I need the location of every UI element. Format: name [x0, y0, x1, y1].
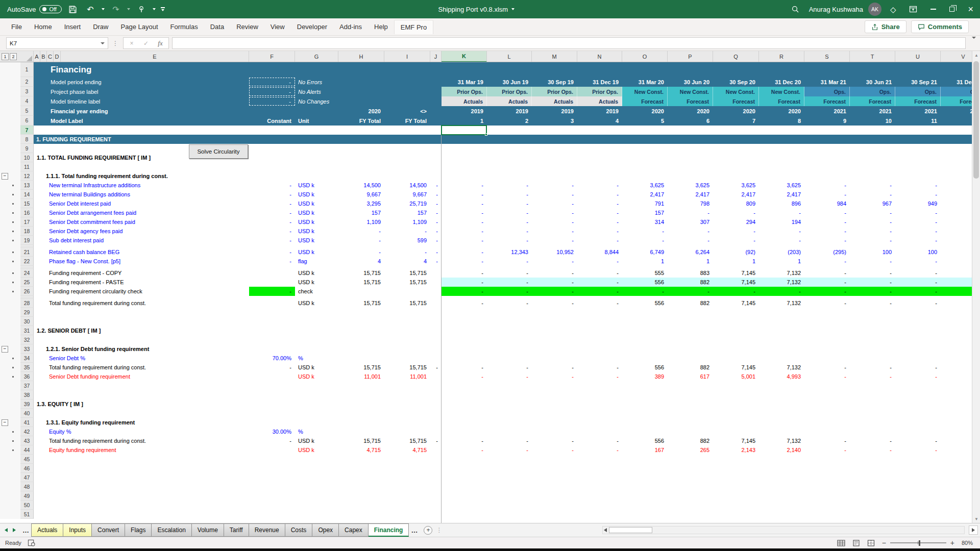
header-label-3[interactable]: Project phase label — [34, 87, 249, 96]
row-label[interactable]: Total funding requirement during const. — [34, 436, 249, 445]
fy-total-1[interactable]: 3,295 — [338, 199, 384, 208]
value-N28[interactable]: - — [577, 298, 622, 308]
vertical-scrollbar[interactable]: ▲ ▼ — [972, 51, 980, 523]
user-name[interactable]: Anurag Kushwaha — [806, 0, 866, 18]
fy-total-1[interactable]: 9,667 — [338, 190, 384, 199]
column-header-B[interactable]: B — [40, 51, 47, 62]
row-header-9[interactable]: 9 — [20, 144, 34, 153]
value-M25[interactable]: - — [532, 278, 577, 287]
period-periods-S[interactable]: 9 — [804, 116, 850, 126]
value-S14[interactable]: - — [804, 190, 850, 199]
value-O13[interactable]: 3,625 — [622, 181, 668, 190]
row-label[interactable]: Funding requirement circularity check — [34, 287, 249, 296]
value-R43[interactable]: 7,132 — [759, 436, 804, 445]
value-S21[interactable]: (295) — [804, 247, 850, 257]
value-P16[interactable]: - — [668, 208, 713, 217]
period-years-L[interactable]: 2019 — [487, 106, 532, 116]
row-header-24[interactable]: 24 — [20, 268, 34, 278]
value-P24[interactable]: 883 — [668, 268, 713, 278]
collapse-group-button[interactable]: − — [2, 346, 8, 353]
fy-total-1[interactable]: 15,715 — [338, 298, 384, 308]
cell-F35[interactable]: - — [249, 363, 295, 372]
value-K21[interactable]: - — [442, 247, 487, 257]
value-O35[interactable]: 556 — [622, 363, 668, 372]
status-note[interactable]: No Alerts — [295, 87, 338, 96]
value-O14[interactable]: 2,417 — [622, 190, 668, 199]
period-basis-V[interactable]: Forecast — [941, 96, 972, 106]
value-O43[interactable]: 556 — [622, 436, 668, 445]
unit-cell[interactable]: USD k — [295, 445, 338, 455]
value-R28[interactable]: 7,132 — [759, 298, 804, 308]
value-R18[interactable]: - — [759, 227, 804, 236]
fy-total-1[interactable]: 4,715 — [338, 445, 384, 455]
unit-cell[interactable]: USD k — [295, 268, 338, 278]
fill-handle[interactable] — [485, 133, 487, 136]
period-phase-P[interactable]: New Const. — [668, 87, 713, 96]
column-header-G[interactable]: G — [295, 51, 338, 62]
fy-total-1[interactable]: 15,715 — [338, 436, 384, 445]
unit-cell[interactable]: USD k — [295, 278, 338, 287]
value-Q16[interactable]: - — [713, 208, 759, 217]
row-header-11[interactable]: 11 — [20, 162, 34, 171]
row-header-14[interactable]: 14 — [20, 190, 34, 199]
value-V26[interactable]: - — [941, 287, 972, 296]
undo-dropdown-chevron-icon[interactable] — [102, 8, 105, 10]
flag-cell[interactable]: - — [249, 87, 295, 96]
value-K15[interactable]: - — [442, 199, 487, 208]
value-L36[interactable]: - — [487, 372, 532, 381]
value-L25[interactable]: - — [487, 278, 532, 287]
value-S19[interactable]: - — [804, 236, 850, 245]
value-T43[interactable]: - — [850, 436, 895, 445]
period-periods-O[interactable]: 5 — [622, 116, 668, 126]
value-M36[interactable]: - — [532, 372, 577, 381]
value-P22[interactable]: 1 — [668, 257, 713, 266]
value-Q35[interactable]: 7,145 — [713, 363, 759, 372]
heading-2[interactable]: 1.2.1. Senior Debt funding requirement — [34, 344, 249, 354]
value-M18[interactable]: - — [532, 227, 577, 236]
value-N35[interactable]: - — [577, 363, 622, 372]
value-N22[interactable]: - — [577, 257, 622, 266]
period-basis-U[interactable]: Forecast — [895, 96, 941, 106]
value-Q26[interactable]: - — [713, 287, 759, 296]
unit-cell[interactable]: USD k — [295, 236, 338, 245]
fy-total-1[interactable]: 157 — [338, 208, 384, 217]
row-header-1[interactable]: 1 — [20, 62, 34, 77]
row-label[interactable]: New terminal Buildings additions — [34, 190, 249, 199]
outline-level-button-2[interactable]: 2 — [10, 53, 17, 60]
value-T13[interactable]: - — [850, 181, 895, 190]
cell-F18[interactable]: - — [249, 227, 295, 236]
value-M17[interactable]: - — [532, 217, 577, 227]
value-O16[interactable]: 157 — [622, 208, 668, 217]
row-header-13[interactable]: 13 — [20, 181, 34, 190]
value-T21[interactable]: 100 — [850, 247, 895, 257]
value-O17[interactable]: 314 — [622, 217, 668, 227]
fy-total-1[interactable]: 11,001 — [338, 372, 384, 381]
value-T17[interactable]: - — [850, 217, 895, 227]
row-header-33[interactable]: 33 — [20, 344, 34, 354]
period-phase-S[interactable]: Ops. — [804, 87, 850, 96]
period-basis-M[interactable]: Actuals — [532, 96, 577, 106]
row-header-3[interactable]: 3 — [20, 87, 34, 96]
value-L22[interactable]: - — [487, 257, 532, 266]
cell-J16[interactable]: - — [430, 208, 442, 217]
value-O24[interactable]: 555 — [622, 268, 668, 278]
value-S25[interactable]: - — [804, 278, 850, 287]
column-header-D[interactable]: D — [54, 51, 61, 62]
row-label[interactable]: Phase flag - New Const. [p5] — [34, 257, 249, 266]
sheet-tab-inputs[interactable]: Inputs — [63, 523, 92, 537]
value-S26[interactable]: - — [804, 287, 850, 296]
value-L15[interactable]: - — [487, 199, 532, 208]
row-header-25[interactable]: 25 — [20, 278, 34, 287]
value-S16[interactable]: - — [804, 208, 850, 217]
constant-header[interactable]: Constant — [249, 116, 295, 126]
row-label[interactable]: Sub debt interest paid — [34, 236, 249, 245]
heading-2[interactable]: 1.3.1. Equity funding requirement — [34, 418, 249, 427]
period-years-T[interactable]: 2021 — [850, 106, 895, 116]
ribbon-tab-review[interactable]: Review — [230, 20, 264, 34]
row-header-17[interactable]: 17 — [20, 217, 34, 227]
row-label[interactable]: Senior Debt commitment fees paid — [34, 217, 249, 227]
ribbon-tab-emf-pro[interactable]: EMF Pro — [394, 20, 433, 34]
value-L21[interactable]: 12,343 — [487, 247, 532, 257]
row-header-5[interactable]: 5 — [20, 106, 34, 116]
period-dates-N[interactable]: 31 Dec 19 — [577, 77, 622, 87]
